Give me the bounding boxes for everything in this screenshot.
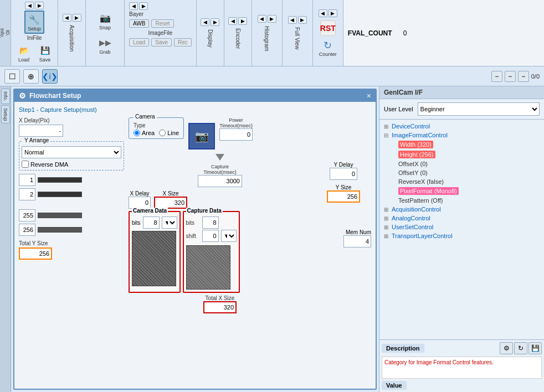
capture-shift-input[interactable] — [202, 230, 219, 242]
info-tab[interactable]: Info. — [1, 89, 10, 104]
hist-next-btn[interactable]: ▶ — [268, 15, 276, 23]
setup-btn[interactable]: 🔧 Setup — [24, 11, 44, 34]
bayer-prev-btn[interactable]: ◀ — [129, 2, 138, 10]
capture-bits-input[interactable] — [202, 216, 219, 229]
capture-timeout-input[interactable] — [198, 175, 242, 187]
x-delay-section: X Delay — [129, 190, 151, 209]
setup-next-btn[interactable]: ▶ — [35, 2, 44, 9]
awb-btn[interactable]: AWB — [129, 19, 149, 28]
tree-offsetx[interactable]: OffsetX (0) — [382, 159, 542, 168]
capture-data-block — [186, 245, 230, 290]
y-delay-input[interactable] — [330, 168, 357, 180]
line-radio-label[interactable]: Line — [159, 130, 179, 136]
grab-icon: ▶▶ — [99, 36, 112, 49]
offsety-label: OffsetY (0) — [398, 169, 428, 176]
flowchart-icon: ⚙ — [19, 91, 26, 100]
enc-prev-btn[interactable]: ◀ — [228, 17, 237, 25]
cnt-prev-btn[interactable]: ◀ — [319, 9, 327, 17]
minus1-btn[interactable]: − — [491, 71, 502, 82]
reset-btn[interactable]: Reset — [151, 19, 173, 28]
main-area: Info. Setup ⚙ Flowchart Setup × Step1 - … — [0, 86, 544, 392]
user-level-select[interactable]: Beginner — [418, 102, 540, 116]
tree-device-control[interactable]: ⊞ DeviceControl — [382, 122, 542, 131]
tree-testpattern[interactable]: TestPattern (Off) — [382, 196, 542, 205]
grab-btn[interactable]: ▶▶ Grab — [96, 34, 115, 56]
rst-btn[interactable]: RST — [318, 18, 338, 38]
power-timeout-input[interactable] — [219, 128, 253, 141]
bayer-next-btn[interactable]: ▶ — [139, 2, 148, 10]
counter-label: Counter — [319, 51, 337, 57]
desc-save-btn[interactable]: 💾 — [528, 342, 542, 354]
pointer-btn[interactable]: ❮i❯ — [42, 69, 58, 84]
x-size-input[interactable] — [154, 197, 187, 209]
x-delay-input[interactable] — [129, 197, 151, 209]
disp-next-btn[interactable]: ▶ — [211, 18, 219, 26]
snap-btn[interactable]: 📷 Snap — [96, 10, 115, 32]
total-y-size-input[interactable] — [19, 247, 52, 260]
mem-num-input[interactable] — [343, 235, 371, 247]
cam-bits-input[interactable] — [143, 216, 160, 229]
desc-gear-btn[interactable]: ⚙ — [500, 342, 513, 354]
acq-prev-btn[interactable]: ◀ — [63, 14, 71, 22]
acq-next-btn[interactable]: ▶ — [73, 14, 81, 22]
capture-label: Capture — [211, 164, 229, 169]
fv-prev-btn[interactable]: ◀ — [288, 16, 297, 24]
imagefile-label: ImageFile — [148, 30, 172, 36]
camera-data-label: Camera Data — [132, 208, 168, 214]
x-delay-pix-input[interactable] — [19, 125, 63, 137]
fval-count-label: FVAL_COUNT — [348, 29, 392, 37]
tree-userset-control[interactable]: ⊞ UserSetControl — [382, 223, 542, 231]
line-label: Line — [167, 130, 179, 136]
fval-panel: FVAL_COUNT 0 — [343, 0, 544, 66]
timeout-label: Timeout(msec) — [219, 123, 253, 128]
load-label: Load — [18, 57, 29, 63]
total-x-size-input[interactable] — [203, 301, 237, 313]
tree-reversex[interactable]: ReverseX (false) — [382, 177, 542, 186]
y-size-input[interactable] — [327, 190, 360, 203]
hist-prev-btn[interactable]: ◀ — [258, 15, 266, 23]
rec-btn[interactable]: Rec — [174, 38, 192, 47]
enc-next-btn[interactable]: ▶ — [238, 17, 247, 25]
left-col: X Delay(Pix) Y Arrange Normal — [19, 117, 124, 313]
lut-val2-input[interactable] — [19, 188, 35, 200]
square-btn[interactable]: ☐ — [4, 69, 20, 84]
desc-refresh-btn[interactable]: ↻ — [514, 342, 527, 354]
reverse-dma-checkbox[interactable] — [22, 161, 29, 168]
y-size-section: Y Size — [316, 184, 371, 203]
area-radio[interactable] — [134, 130, 140, 136]
tree-image-format-control[interactable]: ⊟ ImageFormatControl — [382, 131, 542, 140]
flowchart-close-btn[interactable]: × — [367, 91, 371, 100]
minus3-btn[interactable]: − — [518, 71, 529, 82]
area-radio-label[interactable]: Area — [134, 130, 155, 136]
tree-offsety[interactable]: OffsetY (0) — [382, 168, 542, 177]
tree-acquisition-control[interactable]: ⊞ AcquisitionControl — [382, 205, 542, 214]
fullview-section: ◀ ▶ Full View — [283, 0, 313, 66]
capture-shift-select[interactable]: ▼ — [221, 230, 237, 242]
line-radio[interactable] — [159, 130, 166, 136]
reverse-dma-checkbox-label[interactable]: Reverse DMA — [22, 161, 121, 168]
load-btn[interactable]: 📂 Load — [14, 42, 33, 64]
save-btn[interactable]: 💾 Save — [35, 42, 54, 64]
load2-btn[interactable]: Load — [129, 38, 149, 47]
minus2-btn[interactable]: − — [505, 71, 516, 82]
lut-val4-input[interactable] — [19, 224, 35, 236]
save2-btn[interactable]: Save — [151, 38, 172, 47]
toolbar2: ☐ ⊕ ❮i❯ − − − 0/0 — [0, 66, 544, 86]
tree-width[interactable]: Width (320) — [382, 140, 542, 149]
setup-tab[interactable]: Setup — [1, 105, 10, 124]
normal-select[interactable]: Normal — [22, 146, 121, 158]
camera-group-label: Camera — [134, 114, 157, 120]
mem-num-section: Mem Num — [316, 229, 371, 247]
tree-pixelformat[interactable]: PixelFormat (Mono8) — [382, 186, 542, 196]
lut-val3-input[interactable] — [19, 209, 35, 221]
fv-next-btn[interactable]: ▶ — [298, 16, 307, 24]
cam-bits-select[interactable]: ▼ — [162, 216, 177, 229]
tree-transport-layer[interactable]: ⊞ TransportLayerControl — [382, 231, 542, 240]
cursor-btn[interactable]: ⊕ — [23, 69, 39, 84]
disp-prev-btn[interactable]: ◀ — [201, 18, 209, 26]
lut-val1-input[interactable] — [19, 174, 35, 186]
cnt-next-btn[interactable]: ▶ — [329, 9, 337, 17]
tree-height[interactable]: Height (256) — [382, 149, 542, 159]
tree-analog-control[interactable]: ⊞ AnalogControl — [382, 214, 542, 223]
setup-prev-btn[interactable]: ◀ — [25, 2, 34, 9]
